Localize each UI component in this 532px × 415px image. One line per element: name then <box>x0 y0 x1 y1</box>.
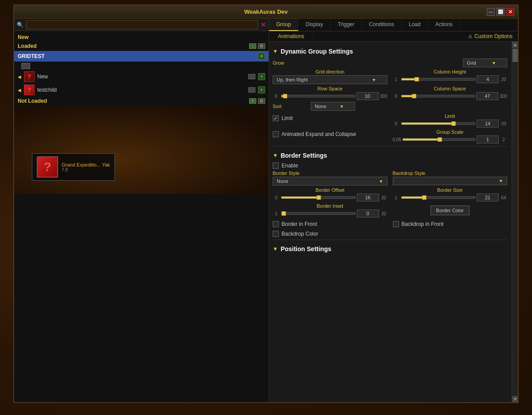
limit-checkbox-group: ✓ Limit <box>273 113 387 128</box>
gridtest-sub <box>14 62 269 70</box>
border-offset-label: Border Offset <box>273 187 387 193</box>
column-space-input[interactable] <box>476 92 498 100</box>
backdrop-style-dropdown[interactable]: ▼ <box>393 177 508 185</box>
position-collapse-icon[interactable]: ▼ <box>273 246 278 252</box>
grid-direction-dropdown[interactable]: Up, then Right ▼ <box>273 75 387 84</box>
tab-actions[interactable]: Actions <box>428 19 460 31</box>
border-style-dropdown[interactable]: None ▼ <box>273 177 387 186</box>
position-section-title: ▼ Position Settings <box>273 243 507 254</box>
border-offset-slider[interactable] <box>281 196 356 199</box>
limit-max: 20 <box>500 121 507 126</box>
border-inset-slider[interactable] <box>281 212 356 215</box>
column-height-input[interactable] <box>477 75 499 83</box>
border-in-front-checkbox[interactable] <box>273 221 279 227</box>
tab-trigger[interactable]: Trigger <box>331 19 362 31</box>
column-space-slider[interactable] <box>401 95 475 97</box>
testchild-add-button[interactable]: + <box>258 86 265 93</box>
not-loaded-icon-2[interactable]: ⊟ <box>258 98 265 104</box>
grow-label: Grow <box>273 60 308 66</box>
border-offset-group: Border Offset 0 32 <box>273 187 387 202</box>
dynamic-group-collapse-icon[interactable]: ▼ <box>273 48 278 54</box>
group-scale-min: 0.05 <box>393 137 401 142</box>
tab-group[interactable]: Group <box>269 19 298 31</box>
grid-direction-controls: Up, then Right ▼ <box>273 75 387 84</box>
search-clear-button[interactable]: ✕ <box>261 21 266 28</box>
border-color-button[interactable]: Border Color <box>430 206 469 215</box>
row-space-input[interactable] <box>356 92 379 100</box>
new-item-icon: ? <box>24 71 35 82</box>
tab-animations[interactable]: Animations <box>269 31 313 41</box>
minimize-button[interactable]: — <box>487 8 495 16</box>
limit-checkmark: ✓ <box>274 115 278 121</box>
loaded-icon-2[interactable]: ⊟ <box>258 43 265 49</box>
border-in-front-label: Border in Front <box>282 221 317 227</box>
main-window: WeakAuras Dev — ⬜ ✕ 🔍 ✕ <box>13 4 519 403</box>
testchild-arrow-icon: ◀ <box>18 88 21 93</box>
border-size-input[interactable] <box>477 194 499 202</box>
grow-dropdown[interactable]: Grid ▼ <box>463 58 507 67</box>
tab-conditions[interactable]: Conditions <box>362 19 402 31</box>
border-inset-max: 32 <box>380 211 387 216</box>
border-backdrop-style-row: Border Style None ▼ Backdrop Style ▼ <box>273 171 507 186</box>
limit-checkbox[interactable]: ✓ <box>273 115 279 121</box>
border-enable-checkbox[interactable] <box>273 163 279 169</box>
backdrop-in-front-checkbox[interactable] <box>393 221 399 227</box>
scroll-thumb[interactable] <box>512 49 518 62</box>
title-controls: — ⬜ ✕ <box>487 8 514 16</box>
sort-value: None <box>315 104 326 109</box>
animated-label: Animated Expand and Collapse <box>282 131 356 137</box>
scroll-down-button[interactable]: ▼ <box>512 396 518 402</box>
section-divider-1 <box>273 146 507 147</box>
animated-checkbox[interactable] <box>273 131 279 137</box>
sort-dropdown[interactable]: None ▼ <box>311 102 355 111</box>
column-space-controls: 0 300 <box>393 92 508 100</box>
gridtest-add-button[interactable]: + <box>258 53 265 60</box>
animated-group: Animated Expand and Collapse <box>273 129 387 144</box>
tab-display[interactable]: Display <box>298 19 330 31</box>
column-height-slider[interactable] <box>401 78 476 81</box>
new-child-item[interactable]: ◀ ? New + <box>14 70 269 83</box>
grid-direction-arrow: ▼ <box>372 78 376 82</box>
group-scale-slider[interactable] <box>403 138 475 141</box>
new-item-add-button[interactable]: + <box>258 73 265 80</box>
limit-input[interactable] <box>477 120 499 128</box>
column-height-controls: 1 20 <box>393 75 508 83</box>
backdrop-style-group: Backdrop Style ▼ <box>393 171 508 186</box>
tab-custom-options[interactable]: ⚠ Custom Options <box>463 31 518 41</box>
not-loaded-section-header: Not Loaded + ⊟ <box>14 97 269 105</box>
border-offset-input[interactable] <box>357 194 379 202</box>
loaded-icon-1[interactable]: ↕ <box>249 43 256 49</box>
group-scale-max: 2 <box>500 137 507 142</box>
border-enable-row: Enable <box>273 163 507 169</box>
border-size-slider[interactable] <box>401 196 476 199</box>
gridtest-item[interactable]: GRIDTEST + <box>14 51 269 62</box>
testchild-label: testchild <box>37 87 246 93</box>
search-input[interactable] <box>26 20 258 29</box>
group-scale-animated-row: Animated Expand and Collapse Group Scale… <box>273 129 507 144</box>
group-scale-group: Group Scale 0.05 2 <box>393 129 508 144</box>
scroll-up-button[interactable]: ▲ <box>512 42 518 48</box>
limit-label: Limit <box>282 115 293 121</box>
row-space-slider[interactable] <box>281 95 355 97</box>
not-loaded-icon-1[interactable]: + <box>249 98 256 104</box>
border-style-value: None <box>277 178 288 184</box>
close-button[interactable]: ✕ <box>506 8 514 16</box>
warning-icon: ⚠ <box>468 34 473 39</box>
border-style-group: Border Style None ▼ <box>273 171 387 186</box>
tab-load[interactable]: Load <box>402 19 428 31</box>
gridtest-sub-icon <box>21 63 30 69</box>
border-offset-max: 32 <box>380 195 387 200</box>
loaded-icons: ↕ ⊟ <box>249 43 265 49</box>
border-inset-input[interactable] <box>357 209 379 217</box>
settings-inner: ▼ Dynamic Group Settings Grow Grid ▼ <box>273 45 514 254</box>
border-collapse-icon[interactable]: ▼ <box>273 152 278 159</box>
backdrop-color-checkbox[interactable] <box>273 231 279 237</box>
group-scale-input[interactable] <box>477 136 499 144</box>
right-panel: Group Display Trigger Conditions Load Ac… <box>269 19 518 402</box>
limit-slider[interactable] <box>401 122 476 125</box>
restore-button[interactable]: ⬜ <box>497 8 505 16</box>
grid-direction-label: Grid direction <box>273 69 387 74</box>
border-enable-label: Enable <box>282 163 298 169</box>
testchild-item[interactable]: ◀ ? testchild + <box>14 83 269 97</box>
border-size-group: Border Size 1 64 <box>393 187 508 202</box>
